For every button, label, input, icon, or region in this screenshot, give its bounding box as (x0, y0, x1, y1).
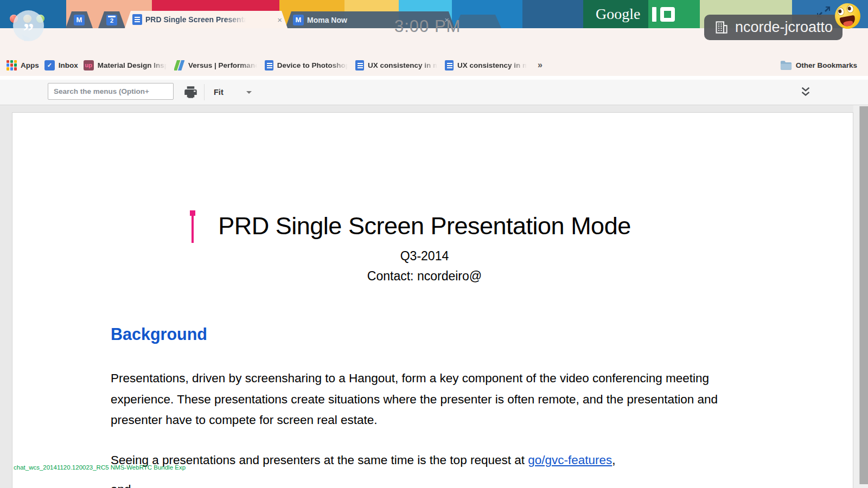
show-menus-chevron-button[interactable] (800, 85, 812, 99)
inbox-icon: ✓ (44, 60, 55, 70)
google-wordmark: Google (596, 5, 640, 23)
bookmark-ux-consistency-1[interactable]: UX consistency in m (355, 60, 439, 70)
bookmarks-overflow-chevron[interactable]: » (538, 60, 542, 70)
doc-subtitle: Q3-2014 (12, 249, 837, 264)
doc-paragraph: Seeing a presentations and presenters at… (111, 450, 743, 471)
folder-icon (780, 60, 792, 70)
google-docs-icon (265, 60, 273, 70)
apps-grid-icon (7, 60, 17, 70)
docs-canvas: PRD Single Screen Presentation Mode Q3-2… (0, 105, 868, 488)
tab-title: Moma Now (307, 16, 347, 24)
google-docs-icon (445, 60, 454, 70)
gmail-icon: M (74, 15, 85, 25)
chevron-down-icon (246, 91, 252, 97)
close-tab-icon[interactable]: × (277, 16, 282, 24)
content-gap (0, 76, 868, 80)
ghost-tab (455, 15, 501, 28)
google-docs-icon (355, 60, 364, 70)
bookmark-device-to-photoshop[interactable]: Device to Photoshop (265, 60, 350, 70)
doc-contact: Contact: ncordeiro@ (12, 269, 837, 284)
docs-toolbar: Fit (0, 80, 868, 105)
scrollbar-thumb[interactable] (859, 106, 868, 484)
bookmark-ux-consistency-2[interactable]: UX consistency in m (445, 60, 529, 70)
google-io-logo (652, 7, 675, 22)
moma-favicon: M (293, 15, 304, 25)
debug-overlay-text: chat_wcs_20141120.120023_RC5 NMS-WebRTC … (14, 464, 186, 471)
doc-heading-background: Background (111, 325, 207, 344)
doc-paragraph: Presentations, driven by screensharing t… (111, 368, 743, 431)
calendar-icon: 2 (106, 15, 117, 25)
building-icon (714, 20, 729, 35)
banner-block (522, 0, 583, 28)
versus-icon (174, 60, 184, 70)
tab-prd-doc-active[interactable]: PRD Single Screen Presenta × (125, 11, 288, 28)
clock-overlay: 3:00 PM (394, 17, 461, 36)
search-menus-input[interactable] (48, 83, 174, 100)
user-badge-tooltip: ncorde-jcroatto (704, 15, 843, 40)
tab-title: PRD Single Screen Presenta (145, 15, 248, 24)
doc-paragraph-clipped: and (111, 479, 743, 488)
doc-title: PRD Single Screen Presentation Mode (12, 212, 837, 240)
google-docs-icon (132, 14, 142, 25)
bookmark-apps[interactable]: Apps (7, 60, 39, 70)
zoom-value: Fit (214, 88, 224, 97)
up-icon: up (84, 60, 94, 70)
bookmarks-bar: Apps ✓ Inbox up Material Design Insp Ver… (0, 54, 868, 76)
hangouts-quote-watermark: ” (13, 10, 44, 41)
user-badge-text: ncorde-jcroatto (735, 19, 833, 36)
other-bookmarks[interactable]: Other Bookmarks (780, 60, 857, 70)
bookmark-material-design[interactable]: up Material Design Insp (84, 60, 169, 70)
zoom-control[interactable]: Fit (214, 84, 252, 100)
bookmark-versus[interactable]: Versus | Performanc (174, 60, 259, 70)
bookmark-inbox[interactable]: ✓ Inbox (44, 60, 78, 70)
gvc-features-link[interactable]: go/gvc-features (528, 453, 612, 467)
print-button[interactable] (183, 85, 198, 100)
document-page[interactable]: PRD Single Screen Presentation Mode Q3-2… (12, 112, 853, 488)
toolbar-separator (204, 84, 205, 100)
